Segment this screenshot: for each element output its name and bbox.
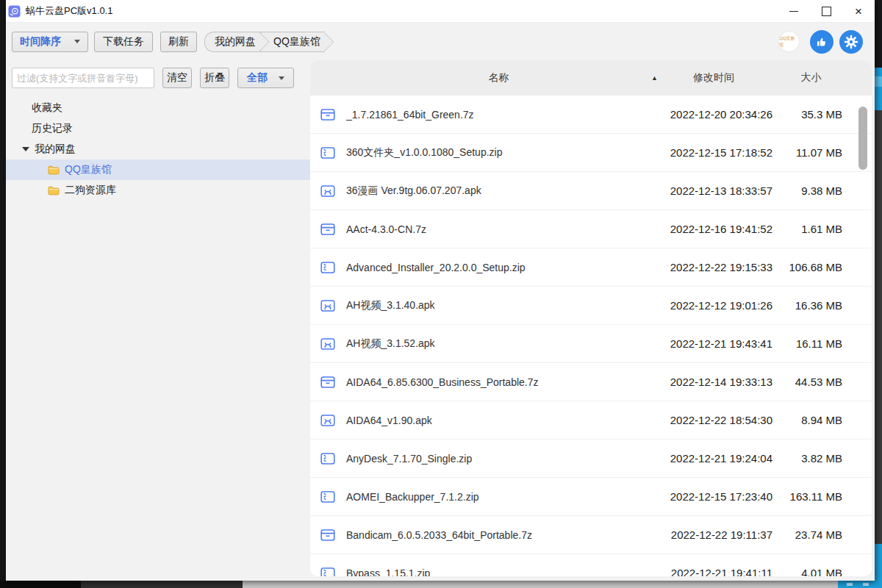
file-row[interactable]: Bypass_1.15.1.zip2022-12-21 19:41:114.01…	[310, 554, 872, 576]
collapse-button[interactable]: 折叠	[200, 68, 229, 88]
clear-filter-button[interactable]: 清空	[162, 68, 192, 88]
apk-file-icon	[320, 299, 335, 312]
file-modified-time: 2022-12-22 19:15:33	[655, 261, 772, 273]
file-size: 8.94 MB	[772, 414, 842, 426]
file-modified-time: 2022-12-22 18:54:30	[655, 414, 772, 426]
file-row[interactable]: 360文件夹_v1.0.0.1080_Setup.zip2022-12-15 1…	[310, 134, 872, 172]
sidebar-item-历史记录[interactable]: 历史记录	[6, 118, 310, 139]
file-size: 16.36 MB	[772, 299, 842, 312]
file-modified-time: 2022-12-21 19:41:11	[655, 567, 772, 576]
background-window-edge	[875, 0, 882, 588]
file-modified-time: 2022-12-14 19:33:13	[655, 376, 772, 388]
zip-file-icon	[320, 567, 335, 577]
toolbar: 时间降序 下载任务 刷新 我的网盘 QQ皇族馆 QQ皇族馆	[6, 23, 875, 60]
apk-file-icon	[320, 414, 335, 427]
file-size: 163.11 MB	[772, 490, 842, 503]
file-row[interactable]: AIDA64_v1.90.apk2022-12-22 18:54:308.94 …	[310, 401, 872, 440]
file-modified-time: 2022-12-20 20:34:26	[655, 108, 772, 121]
file-modified-time: 2022-12-16 19:41:52	[655, 223, 772, 235]
tree-item-label: 二狗资源库	[65, 184, 116, 197]
zip-file-icon	[320, 490, 335, 503]
sort-order-dropdown[interactable]: 时间降序	[12, 32, 88, 52]
file-row[interactable]: AAct-4.3.0-CN.7z2022-12-16 19:41:521.61 …	[310, 210, 872, 248]
file-modified-time: 2022-12-15 17:23:40	[655, 490, 772, 503]
sidebar-item-我的网盘[interactable]: 我的网盘	[6, 139, 310, 159]
file-rows: _1.7.21861_64bit_Green.7z2022-12-20 20:3…	[310, 96, 872, 576]
file-name: Bypass_1.15.1.zip	[346, 567, 655, 577]
file-row[interactable]: Bandicam_6.0.5.2033_64bit_Portable.7z202…	[310, 516, 872, 554]
sidebar-item-二狗资源库[interactable]: 二狗资源库	[6, 180, 310, 201]
chevron-down-icon	[279, 76, 284, 80]
file-row[interactable]: AnyDesk_7.1.70_Single.zip2022-12-21 19:2…	[310, 440, 872, 478]
thumb-up-icon	[815, 35, 828, 49]
file-name: _1.7.21861_64bit_Green.7z	[346, 109, 655, 121]
sidebar: 清空 折叠 全部 收藏夹历史记录我的网盘 QQ皇族馆 二狗资源库	[6, 60, 310, 576]
7z-file-icon	[320, 528, 335, 542]
refresh-button[interactable]: 刷新	[160, 32, 197, 52]
file-name: 360文件夹_v1.0.0.1080_Setup.zip	[346, 146, 655, 159]
file-size: 3.82 MB	[772, 452, 842, 465]
sidebar-item-收藏夹[interactable]: 收藏夹	[6, 98, 310, 118]
file-name: AIDA64_6.85.6300_Business_Portable.7z	[346, 376, 655, 388]
tree-item-label: 历史记录	[32, 122, 73, 135]
header-size[interactable]: 大小	[772, 71, 842, 85]
sidebar-item-QQ皇族馆[interactable]: QQ皇族馆	[6, 159, 310, 180]
file-name: AH视频_3.1.40.apk	[346, 299, 655, 312]
file-row[interactable]: AOMEI_Backupper_7.1.2.zip2022-12-15 17:2…	[310, 478, 872, 516]
file-name: AIDA64_v1.90.apk	[346, 415, 655, 426]
chevron-down-icon	[74, 40, 80, 43]
file-row[interactable]: AH视频_3.1.40.apk2022-12-12 19:01:2616.36 …	[310, 287, 872, 325]
app-logo-snail-icon	[8, 5, 21, 18]
7z-file-icon	[320, 108, 335, 121]
expander-triangle-icon[interactable]	[22, 147, 29, 151]
settings-button[interactable]	[839, 30, 863, 54]
zip-file-icon	[320, 261, 335, 274]
file-row[interactable]: AH视频_3.1.52.apk2022-12-21 19:43:4116.11 …	[310, 325, 872, 363]
tree-item-label: QQ皇族馆	[65, 163, 112, 176]
table-header: 名称 ▲ 修改时间 大小	[310, 60, 872, 96]
scrollbar-thumb[interactable]	[858, 107, 867, 170]
minimize-button[interactable]	[778, 0, 810, 22]
gear-icon	[844, 35, 858, 49]
sidebar-tree: 收藏夹历史记录我的网盘 QQ皇族馆 二狗资源库	[6, 98, 310, 201]
type-filter-dropdown[interactable]: 全部	[237, 68, 294, 88]
file-size: 1.61 MB	[772, 223, 842, 235]
taskbar-strip	[0, 581, 882, 588]
breadcrumb-item-current[interactable]: QQ皇族馆	[260, 32, 325, 52]
file-name: AOMEI_Backupper_7.1.2.zip	[346, 491, 655, 503]
file-list-panel: 名称 ▲ 修改时间 大小 _1.7.21861_64bit_Green.7z20…	[310, 60, 872, 576]
filter-input[interactable]	[12, 68, 154, 88]
file-size: 44.53 MB	[772, 376, 842, 388]
file-size: 9.38 MB	[772, 184, 842, 197]
file-row[interactable]: 36漫画 Ver.9tg.06.07.207.apk2022-12-13 18:…	[310, 172, 872, 210]
file-row[interactable]: AIDA64_6.85.6300_Business_Portable.7z202…	[310, 363, 872, 401]
download-tasks-button[interactable]: 下载任务	[94, 32, 153, 52]
header-name[interactable]: 名称 ▲	[320, 71, 655, 85]
maximize-button[interactable]	[810, 0, 842, 22]
file-name: AnyDesk_7.1.70_Single.zip	[346, 453, 655, 465]
file-row[interactable]: Advanced_Installer_20.2.0.0_Setup.zip202…	[310, 248, 872, 287]
file-size: 23.74 MB	[772, 528, 842, 541]
apk-file-icon	[320, 184, 335, 198]
close-button[interactable]: ×	[842, 0, 875, 22]
apk-file-icon	[320, 337, 335, 351]
tree-item-label: 我的网盘	[35, 143, 76, 156]
file-modified-time: 2022-12-21 19:43:41	[655, 337, 772, 350]
file-name: AAct-4.3.0-CN.7z	[346, 223, 655, 235]
file-modified-time: 2022-12-15 17:18:52	[655, 146, 772, 159]
zip-file-icon	[320, 146, 335, 159]
file-modified-time: 2022-12-13 18:33:57	[655, 184, 772, 197]
like-button[interactable]	[810, 30, 833, 54]
file-row[interactable]: _1.7.21861_64bit_Green.7z2022-12-20 20:3…	[310, 96, 872, 134]
file-size: 16.11 MB	[772, 337, 842, 350]
folder-icon	[48, 186, 60, 196]
file-modified-time: 2022-12-12 19:01:26	[655, 299, 772, 312]
app-window: 蜗牛云盘PC版v1.0.1 × 时间降序 下载任务 刷新 我的网盘 QQ皇族馆 …	[6, 0, 875, 581]
site-logo-badge[interactable]: QQ皇族馆	[779, 32, 799, 51]
file-size: 35.3 MB	[772, 108, 842, 121]
zip-file-icon	[320, 452, 335, 465]
header-modified[interactable]: 修改时间	[655, 71, 772, 85]
file-name: Bandicam_6.0.5.2033_64bit_Portable.7z	[346, 529, 655, 541]
breadcrumb: 我的网盘 QQ皇族馆	[204, 32, 325, 52]
breadcrumb-item-root[interactable]: 我的网盘	[204, 32, 260, 52]
